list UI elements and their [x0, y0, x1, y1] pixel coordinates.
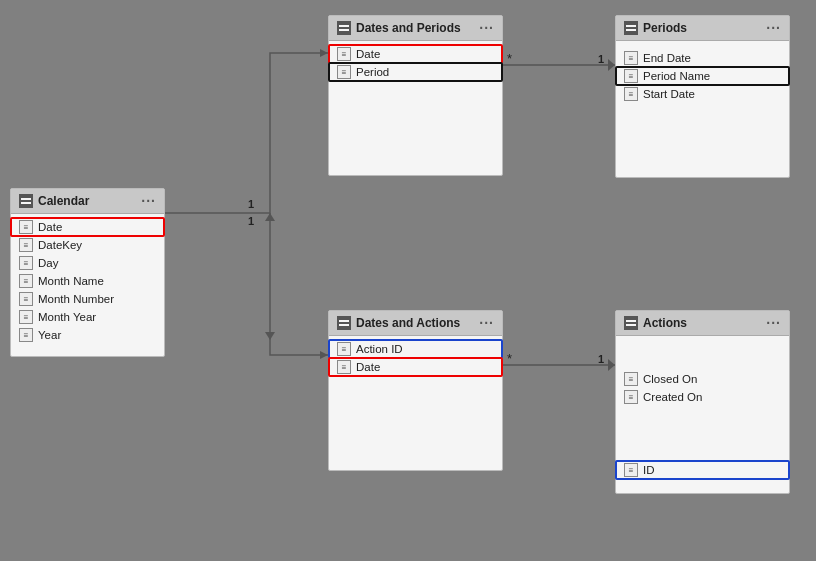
field-label-day: Day — [38, 257, 58, 269]
actions-menu-dots[interactable]: ··· — [766, 315, 781, 331]
calendar-table: Calendar ··· ≡ Date ≡ DateKey ≡ Day ≡ Mo… — [10, 188, 165, 357]
periods-menu-dots[interactable]: ··· — [766, 20, 781, 36]
periods-table: Periods ··· ≡ End Date ≡ Period Name ≡ S… — [615, 15, 790, 178]
field-label-periodname: Period Name — [643, 70, 710, 82]
dp-field-date[interactable]: ≡ Date — [329, 45, 502, 63]
actions-header: Actions ··· — [616, 311, 789, 336]
arrowhead-p — [608, 59, 615, 71]
field-icon-createdon: ≡ — [624, 390, 638, 404]
dates-periods-menu-dots[interactable]: ··· — [479, 20, 494, 36]
connector-cal-to-da — [270, 213, 328, 355]
label-star-da: * — [507, 351, 512, 366]
field-icon-periodname: ≡ — [624, 69, 638, 83]
da-field-date[interactable]: ≡ Date — [329, 358, 502, 376]
table-grid-icon-dp — [337, 21, 351, 35]
calendar-field-monthyear[interactable]: ≡ Month Year — [11, 308, 164, 326]
field-label-monthyear: Month Year — [38, 311, 96, 323]
field-icon-monthnumber: ≡ — [19, 292, 33, 306]
dates-periods-fields: ≡ Date ≡ Period — [329, 41, 502, 85]
calendar-fields: ≡ Date ≡ DateKey ≡ Day ≡ Month Name ≡ Mo… — [11, 214, 164, 348]
periods-field-periodname[interactable]: ≡ Period Name — [616, 67, 789, 85]
field-label-startdate: Start Date — [643, 88, 695, 100]
actions-field-closedon[interactable]: ≡ Closed On — [616, 370, 789, 388]
field-label-id: ID — [643, 464, 655, 476]
table-grid-icon-a — [624, 316, 638, 330]
arrowhead-a — [608, 359, 615, 371]
dates-actions-header: Dates and Actions ··· — [329, 311, 502, 336]
actions-title: Actions — [643, 316, 687, 330]
connector-cal-to-dp — [165, 53, 328, 213]
table-grid-icon — [19, 194, 33, 208]
field-icon-actionid: ≡ — [337, 342, 351, 356]
field-icon-monthyear: ≡ — [19, 310, 33, 324]
calendar-field-monthnumber[interactable]: ≡ Month Number — [11, 290, 164, 308]
periods-header: Periods ··· — [616, 16, 789, 41]
field-icon-closedon: ≡ — [624, 372, 638, 386]
dp-field-period[interactable]: ≡ Period — [329, 63, 502, 81]
arrowhead-cal-da — [320, 351, 328, 359]
dates-actions-title: Dates and Actions — [356, 316, 460, 330]
calendar-field-date[interactable]: ≡ Date — [11, 218, 164, 236]
label-1-p: 1 — [598, 53, 604, 65]
field-label-dp-date: Date — [356, 48, 380, 60]
table-grid-icon-p — [624, 21, 638, 35]
actions-field-id[interactable]: ≡ ID — [616, 461, 789, 479]
field-label-monthname: Month Name — [38, 275, 104, 287]
field-icon-da-date: ≡ — [337, 360, 351, 374]
field-label-year: Year — [38, 329, 61, 341]
label-cal-1a: 1 — [248, 198, 254, 210]
calendar-menu-dots[interactable]: ··· — [141, 193, 156, 209]
field-label-monthnumber: Month Number — [38, 293, 114, 305]
calendar-field-year[interactable]: ≡ Year — [11, 326, 164, 344]
field-icon-enddate: ≡ — [624, 51, 638, 65]
field-label-datekey: DateKey — [38, 239, 82, 251]
field-icon-monthname: ≡ — [19, 274, 33, 288]
calendar-title: Calendar — [38, 194, 89, 208]
field-icon-datekey: ≡ — [19, 238, 33, 252]
label-cal-1b: 1 — [248, 215, 254, 227]
arrowhead-cal-da-top — [265, 332, 275, 340]
dates-actions-menu-dots[interactable]: ··· — [479, 315, 494, 331]
calendar-field-day[interactable]: ≡ Day — [11, 254, 164, 272]
periods-field-startdate[interactable]: ≡ Start Date — [616, 85, 789, 103]
field-icon-id: ≡ — [624, 463, 638, 477]
dates-actions-fields: ≡ Action ID ≡ Date — [329, 336, 502, 380]
field-label-createdon: Created On — [643, 391, 702, 403]
field-icon-year: ≡ — [19, 328, 33, 342]
dates-and-periods-table: Dates and Periods ··· ≡ Date ≡ Period — [328, 15, 503, 176]
calendar-field-datekey[interactable]: ≡ DateKey — [11, 236, 164, 254]
label-1-a: 1 — [598, 353, 604, 365]
calendar-header: Calendar ··· — [11, 189, 164, 214]
da-field-actionid[interactable]: ≡ Action ID — [329, 340, 502, 358]
table-grid-icon-da — [337, 316, 351, 330]
dates-periods-title: Dates and Periods — [356, 21, 461, 35]
periods-fields: ≡ End Date ≡ Period Name ≡ Start Date — [616, 41, 789, 107]
field-label-enddate: End Date — [643, 52, 691, 64]
dates-periods-header: Dates and Periods ··· — [329, 16, 502, 41]
actions-table: Actions ··· ≡ Closed On ≡ Created On ≡ I… — [615, 310, 790, 494]
field-label-da-date: Date — [356, 361, 380, 373]
field-icon-dp-period: ≡ — [337, 65, 351, 79]
arrowhead-cal-bottom — [265, 213, 275, 221]
field-label-dp-period: Period — [356, 66, 389, 78]
calendar-field-monthname[interactable]: ≡ Month Name — [11, 272, 164, 290]
field-icon-date: ≡ — [19, 220, 33, 234]
label-star-dp: * — [507, 51, 512, 66]
actions-fields: ≡ Closed On ≡ Created On ≡ ID — [616, 336, 789, 483]
dates-and-actions-table: Dates and Actions ··· ≡ Action ID ≡ Date — [328, 310, 503, 471]
periods-field-enddate[interactable]: ≡ End Date — [616, 49, 789, 67]
field-label-closedon: Closed On — [643, 373, 697, 385]
actions-field-createdon[interactable]: ≡ Created On — [616, 388, 789, 406]
field-icon-day: ≡ — [19, 256, 33, 270]
field-label-actionid: Action ID — [356, 343, 403, 355]
field-label-date: Date — [38, 221, 62, 233]
periods-title: Periods — [643, 21, 687, 35]
field-icon-startdate: ≡ — [624, 87, 638, 101]
field-icon-dp-date: ≡ — [337, 47, 351, 61]
arrowhead-cal-dp — [320, 49, 328, 57]
